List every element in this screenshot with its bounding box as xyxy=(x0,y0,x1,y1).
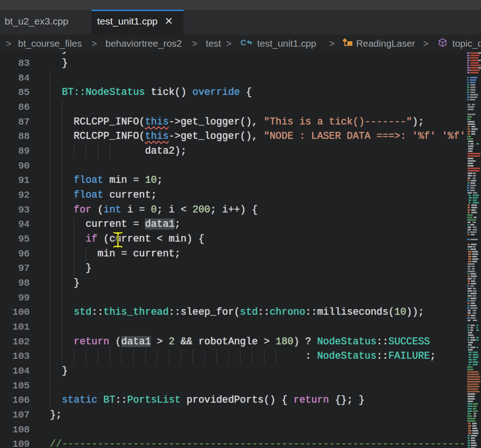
svg-text:C: C xyxy=(240,38,246,47)
